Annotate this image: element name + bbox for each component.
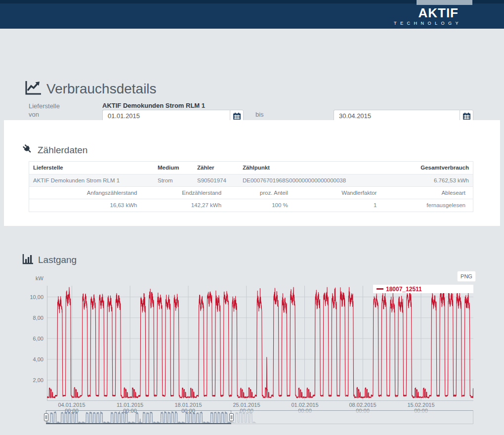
calendar-icon bbox=[233, 113, 241, 120]
calendar-icon bbox=[463, 113, 470, 120]
brand-logo: AKTIF TECHNOLOGY bbox=[394, 6, 459, 26]
cell-anfangszaehlerstand: 16,63 kWh bbox=[29, 199, 144, 212]
load-profile-title: Lastgang bbox=[38, 255, 77, 265]
cell-wandlerfaktor: 1 bbox=[295, 199, 384, 212]
col-zaehlpunkt: Zählpunkt bbox=[239, 162, 399, 174]
y-tick-label: 10,00 bbox=[0, 294, 43, 300]
von-label: von bbox=[29, 111, 39, 118]
col-medium: Medium bbox=[154, 162, 193, 174]
y-tick-label: 8,00 bbox=[0, 315, 43, 321]
navigator-selected-window[interactable] bbox=[46, 410, 231, 424]
meter-data-section: Zählerdaten Lieferstelle Medium Zähler Z… bbox=[4, 120, 500, 226]
png-export-button[interactable]: PNG bbox=[457, 271, 476, 282]
cell-proz-anteil: 100 % bbox=[229, 199, 295, 212]
load-profile-section: Lastgang PNG kW 18007_12511 2,004,006,00… bbox=[0, 226, 504, 435]
cell-ableseart: fernausgelesen bbox=[384, 199, 473, 212]
table-header-row-1: Lieferstelle Medium Zähler Zählpunkt Ges… bbox=[29, 162, 473, 174]
load-profile-plot[interactable] bbox=[47, 286, 473, 401]
plug-icon bbox=[22, 144, 33, 157]
col-ableseart: Ableseart bbox=[384, 187, 473, 199]
y-tick-label: 6,00 bbox=[0, 336, 43, 342]
navigator-unselected-frame[interactable] bbox=[231, 410, 473, 424]
navigator-left-handle[interactable] bbox=[44, 413, 48, 421]
col-anfangszaehlerstand: Anfangszählerstand bbox=[29, 187, 144, 199]
table-row: AKTIF Demokunden Strom RLM 1 Strom S9050… bbox=[29, 174, 473, 186]
lieferstelle-label: Lieferstelle bbox=[29, 102, 60, 110]
col-gesamtverbrauch: Gesamtverbrauch bbox=[399, 162, 473, 174]
col-endzaehlerstand: Endzählerstand bbox=[144, 187, 229, 199]
page-title: Verbrauchsdetails bbox=[46, 81, 157, 97]
cell-endzaehlerstand: 142,27 kWh bbox=[144, 199, 229, 212]
legend-series-label: 18007_12511 bbox=[386, 286, 422, 293]
y-tick-label: 4,00 bbox=[0, 356, 43, 362]
col-wandlerfaktor: Wandlerfaktor bbox=[295, 187, 384, 199]
navigator-right-handle[interactable] bbox=[229, 413, 234, 421]
consumption-details-section: Verbrauchsdetails Lieferstelle AKTIF Dem… bbox=[0, 29, 504, 120]
brand-name: AKTIF bbox=[394, 6, 459, 19]
lieferstelle-value: AKTIF Demokunden Strom RLM 1 bbox=[102, 102, 205, 109]
chart-legend[interactable]: 18007_12511 bbox=[373, 285, 473, 293]
cell-zaehler: S90501974 bbox=[193, 174, 239, 186]
cell-gesamtverbrauch: 6.762,53 kWh bbox=[399, 174, 473, 186]
cell-lieferstelle: AKTIF Demokunden Strom RLM 1 bbox=[29, 174, 154, 186]
table-row: 16,63 kWh 142,27 kWh 100 % 1 fernausgele… bbox=[29, 199, 473, 212]
y-tick-label: 2,00 bbox=[0, 377, 43, 383]
table-header-row-2: Anfangszählerstand Endzählerstand proz. … bbox=[29, 187, 473, 199]
legend-line-swatch bbox=[377, 288, 383, 290]
app-header: AKTIF TECHNOLOGY bbox=[0, 0, 504, 29]
header-tab-decoration bbox=[417, 0, 472, 5]
cell-medium: Strom bbox=[154, 174, 193, 186]
col-zaehler: Zähler bbox=[193, 162, 239, 174]
col-proz-anteil: proz. Anteil bbox=[229, 187, 295, 199]
brand-subtitle: TECHNOLOGY bbox=[394, 21, 462, 26]
cell-zaehlpunkt: DE00076701968S000000000000000038 bbox=[239, 174, 399, 186]
load-profile-chart[interactable]: PNG kW 18007_12511 2,004,006,008,0010,00… bbox=[0, 269, 504, 435]
y-axis-unit-label: kW bbox=[36, 275, 43, 281]
meter-data-table: Lieferstelle Medium Zähler Zählpunkt Ges… bbox=[29, 161, 473, 212]
meter-data-title: Zählerdaten bbox=[38, 145, 87, 156]
bar-chart-icon bbox=[22, 254, 34, 266]
range-navigator[interactable] bbox=[46, 410, 473, 424]
page: { "header": { "brand_top": "AKTIF", "bra… bbox=[0, 0, 504, 435]
col-lieferstelle: Lieferstelle bbox=[29, 162, 154, 174]
line-chart-icon bbox=[25, 81, 42, 97]
bis-label: bis bbox=[255, 111, 264, 118]
